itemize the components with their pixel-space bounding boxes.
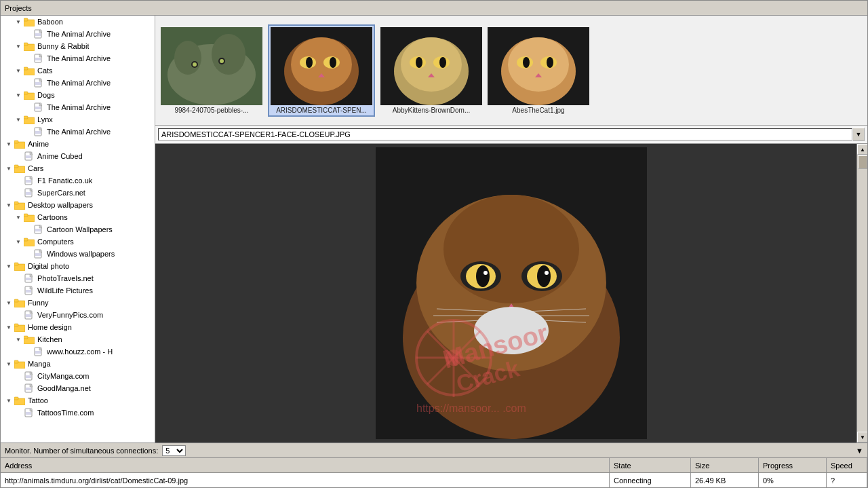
folder-icon [24,41,35,51]
expand-btn-bunny[interactable]: ▼ [13,41,24,52]
file-icon [24,286,35,295]
tree-item-wildlife[interactable]: WildLife Pictures [1,284,155,297]
progress-column-header: Progress [759,458,827,472]
expand-btn-f1fanatic [13,175,24,186]
svg-point-121 [476,265,490,287]
tree-item-cats[interactable]: ▼Cats [1,64,155,77]
tree-item-baboon[interactable]: ▼Baboon [1,16,155,28]
tree-item-dogs[interactable]: ▼Dogs [1,89,155,101]
main-image-scrollbar[interactable]: ▲ ▼ [856,144,867,443]
scroll-thumb[interactable] [858,155,867,169]
svg-point-101 [401,37,462,92]
folder-icon [24,212,35,222]
tree-item-manga[interactable]: ▼Manga [1,358,155,370]
tree-item-f1fanatic[interactable]: F1 Fanatic.co.uk [1,174,155,187]
tree-item-anime-cubed[interactable]: Anime Cubed [1,150,155,162]
svg-rect-46 [24,238,28,241]
tree-item-kitchen[interactable]: ▼Kitchen [1,333,155,345]
tree-item-tattoostime[interactable]: TattoosTime.com [1,407,155,419]
scroll-down-button[interactable]: ▼ [857,432,867,443]
tree-item-goodmanga[interactable]: GoodManga.net [1,382,155,394]
scroll-up-button[interactable]: ▲ [857,144,867,155]
svg-rect-39 [14,202,18,204]
expand-btn-cats[interactable]: ▼ [13,65,24,76]
tree-item-funny[interactable]: ▼Funny [1,297,155,309]
expand-btn-supercars [13,187,24,198]
tree-label-tattoo: Tattoo [28,396,48,405]
tree-item-lynx-archive[interactable]: The Animal Archive [1,126,155,138]
thumb-wrap-thumb3 [380,27,482,105]
expand-btn-dogs[interactable]: ▼ [13,90,24,100]
status-dropdown-icon[interactable]: ▼ [856,447,863,455]
expand-btn-cartoons-folder[interactable]: ▼ [13,212,24,223]
expand-btn-funny[interactable]: ▼ [3,297,14,308]
folder-icon [14,322,25,332]
thumbnail-item-thumb1[interactable]: 9984-240705-pebbles-... [161,27,262,114]
tree-item-windows-wallpapers[interactable]: Windows wallpapers [1,248,155,260]
thumbnail-strip[interactable]: 9984-240705-pebbles-... ARISDOMESTICCAT-… [155,16,867,126]
tree-item-supercars[interactable]: SuperCars.net [1,187,155,199]
expand-btn-homedesign[interactable]: ▼ [3,322,14,333]
expand-btn-digital[interactable]: ▼ [3,261,14,271]
left-panel[interactable]: ▼BaboonThe Animal Archive▼Bunny & Rabbit… [1,16,155,443]
expand-btn-anime[interactable]: ▼ [3,138,14,149]
expand-btn-kitchen[interactable]: ▼ [13,334,24,345]
expand-btn-cars[interactable]: ▼ [3,163,14,174]
tree-item-phototravels[interactable]: PhotoTravels.net [1,272,155,284]
tree-item-bunny[interactable]: ▼Bunny & Rabbit [1,40,155,52]
svg-point-126 [545,271,549,275]
address-bar-wrap: ▼ [155,126,867,144]
tree-item-digital[interactable]: ▼Digital photo [1,260,155,272]
thumbnail-item-thumb2[interactable]: ARISDOMESTICCAT-SPEN... [268,24,375,117]
expand-btn-manga[interactable]: ▼ [3,358,14,369]
svg-rect-21 [24,116,28,119]
tree-item-cats-archive[interactable]: The Animal Archive [1,77,155,89]
file-icon [24,310,35,320]
tree-label-veryfunny: VeryFunnyPics.com [37,311,103,319]
expand-btn-baboon[interactable]: ▼ [13,16,24,27]
file-icon [33,249,44,259]
tree-item-lynx[interactable]: ▼Lynx [1,113,155,126]
folder-icon [14,396,25,405]
chevron-down-icon: ▼ [856,131,862,138]
tree-item-veryfunny[interactable]: VeryFunnyPics.com [1,309,155,321]
tree-item-computers-folder[interactable]: ▼Computers [1,236,155,248]
svg-point-118 [443,195,579,303]
thumbnail-item-thumb3[interactable]: AbbyKittens-BrownDom... [380,27,482,114]
tree-item-cartoons-folder[interactable]: ▼Cartoons [1,211,155,223]
svg-point-88 [193,62,197,67]
tree-item-anime[interactable]: ▼Anime [1,138,155,150]
tree-item-cartoon-wallpapers[interactable]: Cartoon Wallpapers [1,223,155,236]
file-icon [24,274,35,283]
tree-item-cars[interactable]: ▼Cars [1,162,155,174]
expand-btn-phototravels [13,273,24,284]
tree-item-tattoo[interactable]: ▼Tattoo [1,394,155,407]
tree-label-tattoostime: TattoosTime.com [37,409,94,417]
file-icon [33,127,44,136]
status-bar: Monitor. Number of simultaneous connecti… [1,443,867,457]
file-icon [33,102,44,112]
download-size: 26.49 KB [691,473,759,487]
tree-item-homedesign[interactable]: ▼Home design [1,321,155,333]
size-column-header: Size [691,458,759,472]
address-input[interactable] [158,128,852,140]
tree-label-computers-folder: Computers [37,238,74,246]
connections-select[interactable]: 5 1 2 3 4 10 [162,445,186,456]
expand-btn-tattoo[interactable]: ▼ [3,395,14,406]
expand-btn-desktop[interactable]: ▼ [3,200,14,210]
address-column-header: Address [1,458,610,472]
thumbnail-item-thumb4[interactable]: AbesTheCat1.jpg [488,27,589,114]
tree-item-bunny-archive[interactable]: The Animal Archive [1,52,155,64]
file-icon [33,29,44,39]
tree-item-baboon-archive[interactable]: The Animal Archive [1,28,155,40]
svg-point-109 [508,37,569,92]
tree-item-houzz[interactable]: www.houzz.com - H [1,345,155,358]
tree-item-citymanga[interactable]: CityManga.com [1,370,155,382]
svg-rect-79 [14,397,18,400]
expand-btn-computers-folder[interactable]: ▼ [13,236,24,247]
tree-item-desktop[interactable]: ▼Desktop wallpapers [1,199,155,211]
expand-btn-lynx[interactable]: ▼ [13,114,24,125]
address-dropdown-button[interactable]: ▼ [852,128,865,141]
tree-item-dogs-archive[interactable]: The Animal Archive [1,101,155,113]
file-icon [24,176,35,185]
